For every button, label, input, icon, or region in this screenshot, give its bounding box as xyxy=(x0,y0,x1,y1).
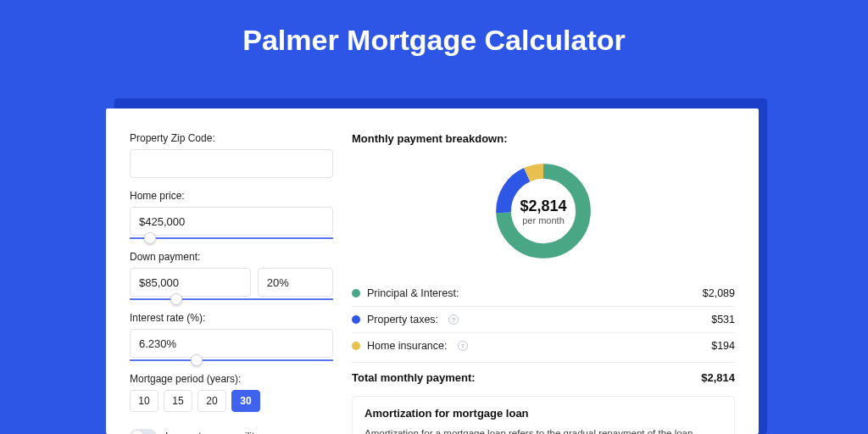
legend-dot xyxy=(352,289,360,298)
amortization-title: Amortization for mortgage loan xyxy=(364,407,722,420)
calculator-card: Property Zip Code: Home price: Down paym… xyxy=(106,108,759,434)
period-field-group: Mortgage period (years): 10152030 xyxy=(130,373,333,412)
interest-input[interactable] xyxy=(130,329,333,358)
amortization-box: Amortization for mortgage loan Amortizat… xyxy=(352,396,735,434)
home-price-label: Home price: xyxy=(130,190,333,202)
donut-chart: $2,814 per month xyxy=(491,159,596,264)
donut-chart-wrap: $2,814 per month xyxy=(352,159,735,264)
period-label: Mortgage period (years): xyxy=(130,373,333,385)
veteran-toggle-knob xyxy=(131,431,143,434)
down-payment-label: Down payment: xyxy=(130,251,333,263)
zip-label: Property Zip Code: xyxy=(130,132,333,144)
down-payment-field-group: Down payment: xyxy=(130,251,333,300)
interest-slider-thumb[interactable] xyxy=(191,354,203,366)
home-price-input[interactable] xyxy=(130,207,333,236)
legend-dot xyxy=(352,342,360,350)
down-payment-input[interactable] xyxy=(130,268,251,297)
total-label: Total monthly payment: xyxy=(352,371,476,384)
home-price-slider-thumb[interactable] xyxy=(144,232,156,244)
down-payment-percent-input[interactable] xyxy=(258,268,333,297)
home-price-field-group: Home price: xyxy=(130,190,333,239)
legend-value: $194 xyxy=(711,340,735,352)
breakdown-column: Monthly payment breakdown: $2,814 per mo… xyxy=(352,132,735,434)
zip-input[interactable] xyxy=(130,149,333,178)
interest-slider[interactable] xyxy=(130,359,333,361)
period-button-10[interactable]: 10 xyxy=(130,390,159,412)
period-button-row: 10152030 xyxy=(130,390,333,412)
info-icon[interactable]: ? xyxy=(458,341,468,351)
home-price-slider[interactable] xyxy=(130,237,333,239)
legend-value: $531 xyxy=(711,314,735,326)
total-row: Total monthly payment: $2,814 xyxy=(352,362,735,396)
donut-center-value: $2,814 xyxy=(520,198,566,215)
legend-value: $2,089 xyxy=(703,287,735,299)
veteran-toggle[interactable] xyxy=(130,429,157,434)
total-value: $2,814 xyxy=(701,371,735,384)
period-button-20[interactable]: 20 xyxy=(198,390,226,412)
donut-center-sub: per month xyxy=(522,215,565,225)
veteran-toggle-row: I am veteran or military xyxy=(130,429,333,434)
legend-dot xyxy=(352,315,360,324)
down-payment-slider[interactable] xyxy=(130,298,333,300)
legend-row: Home insurance:?$194 xyxy=(352,333,735,359)
amortization-text: Amortization for a mortgage loan refers … xyxy=(364,426,722,434)
legend-row: Property taxes:?$531 xyxy=(352,307,735,333)
legend-label: Property taxes: xyxy=(367,314,438,326)
legend: Principal & Interest:$2,089Property taxe… xyxy=(352,281,735,359)
period-button-30[interactable]: 30 xyxy=(231,390,260,412)
veteran-label: I am veteran or military xyxy=(165,431,269,434)
info-icon[interactable]: ? xyxy=(448,314,459,325)
zip-field-group: Property Zip Code: xyxy=(130,132,333,178)
legend-label: Principal & Interest: xyxy=(367,287,459,299)
interest-label: Interest rate (%): xyxy=(130,312,333,324)
donut-center: $2,814 per month xyxy=(491,159,596,264)
down-payment-slider-thumb[interactable] xyxy=(170,293,182,305)
page-title: Palmer Mortgage Calculator xyxy=(0,0,868,77)
legend-label: Home insurance: xyxy=(367,340,448,352)
interest-field-group: Interest rate (%): xyxy=(130,312,333,361)
legend-row: Principal & Interest:$2,089 xyxy=(352,281,735,307)
breakdown-title: Monthly payment breakdown: xyxy=(352,132,735,145)
period-button-15[interactable]: 15 xyxy=(164,390,192,412)
inputs-column: Property Zip Code: Home price: Down paym… xyxy=(130,132,333,434)
